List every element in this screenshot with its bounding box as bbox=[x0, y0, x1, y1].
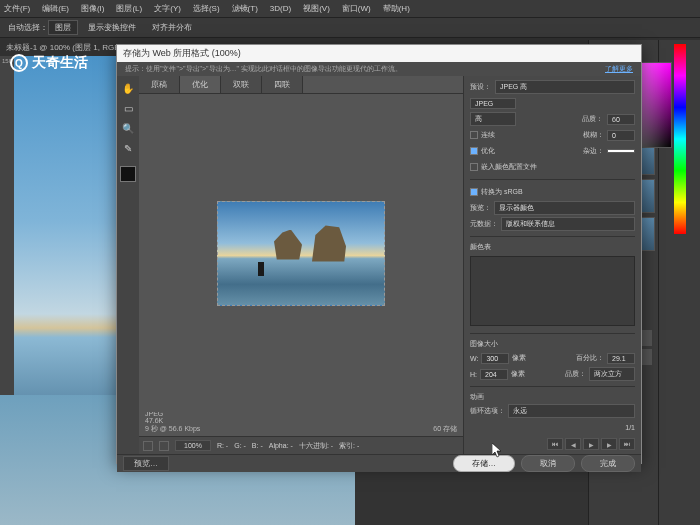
slice-tool-icon[interactable]: ▭ bbox=[120, 100, 136, 116]
tab-original[interactable]: 原稿 bbox=[139, 76, 180, 93]
preset-dropdown[interactable]: JPEG 高 bbox=[495, 80, 635, 94]
quality-preset-dropdown[interactable]: 高 bbox=[470, 112, 516, 126]
preview-dropdown[interactable]: 显示器颜色 bbox=[494, 201, 635, 215]
zoom-dropdown[interactable]: 100% bbox=[175, 440, 211, 451]
h-label: H: bbox=[470, 371, 477, 378]
metadata-label: 元数据： bbox=[470, 219, 498, 229]
first-frame-button[interactable]: ⏮ bbox=[547, 438, 563, 450]
metadata-dropdown[interactable]: 版权和联系信息 bbox=[501, 217, 635, 231]
format-dropdown[interactable]: JPEG bbox=[470, 98, 516, 109]
embed-profile-checkbox[interactable] bbox=[470, 163, 478, 171]
menu-edit[interactable]: 编辑(E) bbox=[42, 3, 69, 14]
menu-select[interactable]: 选择(S) bbox=[193, 3, 220, 14]
auto-select-dropdown[interactable]: 图层 bbox=[48, 20, 78, 35]
resample-label: 品质： bbox=[565, 369, 586, 379]
readout-b: B: - bbox=[252, 442, 263, 449]
preview-statusbar: 100% R: - G: - B: - Alpha: - 十六进制: - 索引:… bbox=[139, 436, 463, 454]
align-label: 对齐并分布 bbox=[152, 22, 192, 33]
hand-tool-icon[interactable]: ✋ bbox=[120, 80, 136, 96]
loop-dropdown[interactable]: 永远 bbox=[508, 404, 635, 418]
tab-4up[interactable]: 四联 bbox=[262, 76, 303, 93]
menu-layer[interactable]: 图层(L) bbox=[116, 3, 142, 14]
menu-view[interactable]: 视图(V) bbox=[303, 3, 330, 14]
done-button[interactable]: 完成 bbox=[581, 455, 635, 472]
height-input[interactable]: 204 bbox=[480, 369, 508, 380]
menu-3d[interactable]: 3D(D) bbox=[270, 4, 291, 13]
app-menubar: 文件(F) 编辑(E) 图像(I) 图层(L) 文字(Y) 选择(S) 滤镜(T… bbox=[0, 0, 700, 18]
last-frame-button[interactable]: ⏭ bbox=[619, 438, 635, 450]
h-unit: 像素 bbox=[511, 369, 525, 379]
tab-2up[interactable]: 双联 bbox=[221, 76, 262, 93]
width-input[interactable]: 300 bbox=[481, 353, 509, 364]
optimized-label: 优化 bbox=[481, 146, 495, 156]
play-button[interactable]: ▶ bbox=[583, 438, 599, 450]
hint-text: 提示：使用"文件">"导出">"导出为…" 实现比此对话框中的图像导出功能更现代… bbox=[125, 64, 402, 74]
preview-image bbox=[217, 201, 385, 306]
menu-window[interactable]: 窗口(W) bbox=[342, 3, 371, 14]
document-tab[interactable]: 未标题-1 @ 100% (图层 1, RGB/8) * bbox=[6, 42, 134, 53]
menu-file[interactable]: 文件(F) bbox=[4, 3, 30, 14]
srgb-label: 转换为 sRGB bbox=[481, 187, 523, 197]
menu-type[interactable]: 文字(Y) bbox=[154, 3, 181, 14]
embed-profile-label: 嵌入颜色配置文件 bbox=[481, 162, 537, 172]
animation-label: 动画 bbox=[470, 392, 635, 402]
progressive-checkbox[interactable] bbox=[470, 131, 478, 139]
tab-optimized[interactable]: 优化 bbox=[180, 76, 221, 93]
blur-label: 模糊： bbox=[583, 130, 604, 140]
menu-image[interactable]: 图像(I) bbox=[81, 3, 105, 14]
matte-label: 杂边： bbox=[583, 146, 604, 156]
zoom-tool-icon[interactable]: 🔍 bbox=[120, 120, 136, 136]
readout-r: R: - bbox=[217, 442, 228, 449]
colortable-label: 颜色表 bbox=[470, 242, 635, 252]
blur-input[interactable]: 0 bbox=[607, 130, 635, 141]
save-button[interactable]: 存储… bbox=[453, 455, 515, 472]
watermark-text: 天奇生活 bbox=[32, 54, 88, 72]
watermark-logo-icon: Q bbox=[10, 54, 28, 72]
quality-input[interactable]: 60 bbox=[607, 114, 635, 125]
dialog-toolcolumn: ✋ ▭ 🔍 ✎ bbox=[117, 76, 139, 454]
readout-index: 索引: - bbox=[339, 441, 359, 451]
dialog-footer: 预览… 存储… 取消 完成 bbox=[117, 454, 641, 472]
grid-icon[interactable] bbox=[143, 441, 153, 451]
preview-info: JPEG 47.6K 9 秒 @ 56.6 Kbps 60 存储 bbox=[139, 412, 463, 436]
transform-checkbox-label[interactable]: 显示变换控件 bbox=[88, 22, 136, 33]
info-filesize: 47.6K bbox=[145, 417, 200, 424]
hue-slider[interactable] bbox=[674, 44, 686, 234]
info-loadtime: 9 秒 @ 56.6 Kbps bbox=[145, 424, 200, 434]
srgb-checkbox[interactable] bbox=[470, 188, 478, 196]
auto-select-label: 自动选择： bbox=[8, 22, 48, 33]
matte-swatch[interactable] bbox=[607, 149, 635, 153]
menu-help[interactable]: 帮助(H) bbox=[383, 3, 410, 14]
preset-label: 预设： bbox=[470, 82, 492, 92]
readout-hex: 十六进制: - bbox=[299, 441, 333, 451]
resample-dropdown[interactable]: 两次立方 bbox=[589, 367, 635, 381]
eyedropper-color-swatch[interactable] bbox=[120, 166, 136, 182]
readout-alpha: Alpha: - bbox=[269, 442, 293, 449]
options-bar: 自动选择： 图层 显示变换控件 对齐并分布 bbox=[0, 18, 700, 38]
percent-input[interactable]: 29.1 bbox=[607, 353, 635, 364]
preview-area[interactable] bbox=[139, 94, 463, 412]
progressive-label: 连续 bbox=[481, 130, 495, 140]
learn-more-link[interactable]: 了解更多 bbox=[605, 64, 633, 74]
w-label: W: bbox=[470, 355, 478, 362]
quality-label: 品质： bbox=[582, 114, 604, 124]
settings-panel: 预设： JPEG 高 JPEG 高 品质： 60 连续 模糊： 0 优化 bbox=[463, 76, 641, 454]
menu-filter[interactable]: 滤镜(T) bbox=[232, 3, 258, 14]
percent-label: 百分比： bbox=[576, 353, 604, 363]
prev-frame-button[interactable]: ◀ bbox=[565, 438, 581, 450]
loop-label: 循环选项： bbox=[470, 406, 505, 416]
color-table[interactable] bbox=[470, 256, 635, 326]
optimized-checkbox[interactable] bbox=[470, 147, 478, 155]
next-frame-button[interactable]: ▶ bbox=[601, 438, 617, 450]
preview-label: 预览： bbox=[470, 203, 491, 213]
preview-silhouette bbox=[258, 262, 264, 276]
cancel-button[interactable]: 取消 bbox=[521, 455, 575, 472]
eyedropper-tool-icon[interactable]: ✎ bbox=[120, 140, 136, 156]
preview-in-dropdown[interactable]: 预览… bbox=[123, 456, 169, 471]
dialog-hint-bar: 提示：使用"文件">"导出">"导出为…" 实现比此对话框中的图像导出功能更现代… bbox=[117, 62, 641, 76]
imagesize-label: 图像大小 bbox=[470, 339, 635, 349]
preview-rock-1 bbox=[274, 230, 302, 260]
dialog-titlebar: 存储为 Web 所用格式 (100%) bbox=[117, 45, 641, 62]
grid2-icon[interactable] bbox=[159, 441, 169, 451]
preview-tabs: 原稿 优化 双联 四联 bbox=[139, 76, 463, 94]
